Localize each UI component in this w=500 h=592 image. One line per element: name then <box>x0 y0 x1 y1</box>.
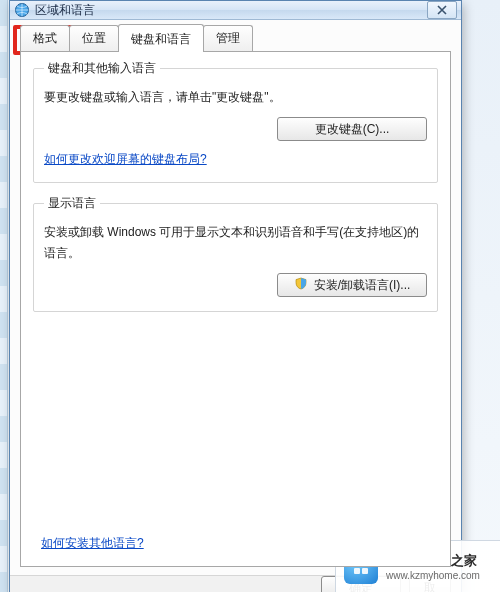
tab-body: 键盘和其他输入语言 要更改键盘或输入语言，请单击"更改键盘"。 更改键盘(C).… <box>20 51 451 567</box>
group-display-language-legend: 显示语言 <box>44 195 100 212</box>
tab-formats[interactable]: 格式 <box>20 25 70 51</box>
window-title: 区域和语言 <box>35 2 427 19</box>
region-language-dialog: 区域和语言 格式 位置 键盘和语言 管理 键盘和其他输入语言 要更改键盘或输入语… <box>9 0 462 592</box>
close-icon <box>437 5 447 15</box>
install-uninstall-languages-label: 安装/卸载语言(I)... <box>314 277 411 294</box>
group-keyboards: 键盘和其他输入语言 要更改键盘或输入语言，请单击"更改键盘"。 更改键盘(C).… <box>33 60 438 183</box>
tab-location[interactable]: 位置 <box>69 25 119 51</box>
install-uninstall-languages-button[interactable]: 安装/卸载语言(I)... <box>277 273 427 297</box>
svg-rect-4 <box>362 568 368 574</box>
tab-keyboards-languages[interactable]: 键盘和语言 <box>118 24 204 52</box>
display-language-desc: 安装或卸载 Windows 可用于显示文本和识别语音和手写(在支持地区)的语言。 <box>44 222 427 263</box>
svg-rect-3 <box>354 568 360 574</box>
globe-icon <box>14 2 30 18</box>
tabstrip: 格式 位置 键盘和语言 管理 <box>20 27 451 51</box>
group-keyboards-legend: 键盘和其他输入语言 <box>44 60 160 77</box>
how-to-install-languages-link[interactable]: 如何安装其他语言? <box>41 535 144 552</box>
change-keyboard-desc: 要更改键盘或输入语言，请单击"更改键盘"。 <box>44 87 427 107</box>
welcome-screen-keyboard-link[interactable]: 如何更改欢迎屏幕的键盘布局? <box>44 151 207 168</box>
change-keyboard-button[interactable]: 更改键盘(C)... <box>277 117 427 141</box>
watermark-url: www.kzmyhome.com <box>386 570 480 581</box>
titlebar: 区域和语言 <box>10 1 461 20</box>
shield-icon <box>294 277 308 294</box>
group-display-language: 显示语言 安装或卸载 Windows 可用于显示文本和识别语音和手写(在支持地区… <box>33 195 438 312</box>
close-button[interactable] <box>427 1 457 19</box>
tab-administrative[interactable]: 管理 <box>203 25 253 51</box>
